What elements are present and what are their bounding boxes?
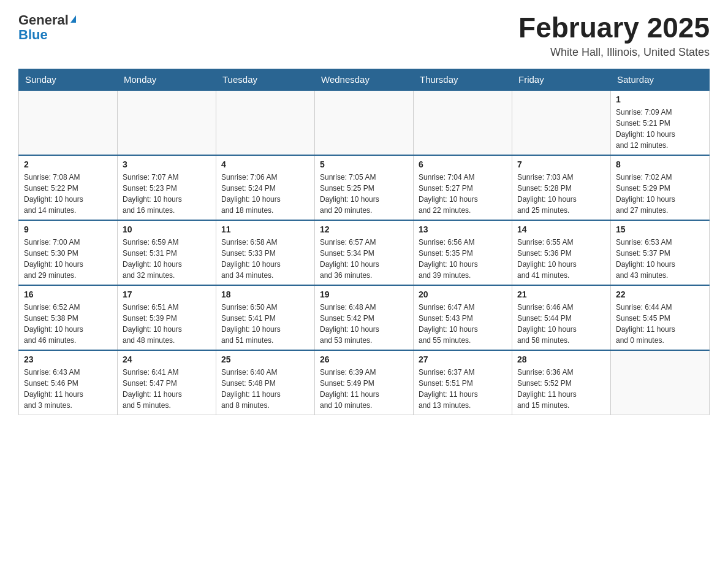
day-info: Sunrise: 6:53 AMSunset: 5:37 PMDaylight:… <box>616 237 704 281</box>
header-tuesday: Tuesday <box>216 69 315 90</box>
header-wednesday: Wednesday <box>315 69 414 90</box>
calendar-cell: 17Sunrise: 6:51 AMSunset: 5:39 PMDayligh… <box>118 285 216 350</box>
day-info: Sunrise: 6:43 AMSunset: 5:46 PMDaylight:… <box>24 367 112 411</box>
day-info: Sunrise: 7:05 AMSunset: 5:25 PMDaylight:… <box>320 172 408 216</box>
day-info: Sunrise: 7:08 AMSunset: 5:22 PMDaylight:… <box>24 172 112 216</box>
day-number: 27 <box>419 354 507 364</box>
day-number: 14 <box>517 224 605 234</box>
day-number: 17 <box>123 289 211 299</box>
header-thursday: Thursday <box>414 69 512 90</box>
day-number: 5 <box>320 159 408 169</box>
header-friday: Friday <box>512 69 611 90</box>
day-info: Sunrise: 6:39 AMSunset: 5:49 PMDaylight:… <box>320 367 408 411</box>
day-info: Sunrise: 6:48 AMSunset: 5:42 PMDaylight:… <box>320 302 408 346</box>
day-info: Sunrise: 6:47 AMSunset: 5:43 PMDaylight:… <box>419 302 507 346</box>
calendar-cell: 16Sunrise: 6:52 AMSunset: 5:38 PMDayligh… <box>19 285 118 350</box>
day-number: 7 <box>517 159 605 169</box>
calendar-cell: 5Sunrise: 7:05 AMSunset: 5:25 PMDaylight… <box>315 155 414 220</box>
day-info: Sunrise: 7:09 AMSunset: 5:21 PMDaylight:… <box>616 107 704 151</box>
calendar-cell: 10Sunrise: 6:59 AMSunset: 5:31 PMDayligh… <box>118 220 216 285</box>
calendar-cell <box>414 90 512 155</box>
day-info: Sunrise: 6:44 AMSunset: 5:45 PMDaylight:… <box>616 302 704 346</box>
logo-arrow-icon <box>70 15 76 23</box>
week-row-1: 1Sunrise: 7:09 AMSunset: 5:21 PMDaylight… <box>19 90 710 155</box>
day-info: Sunrise: 6:55 AMSunset: 5:36 PMDaylight:… <box>517 237 605 281</box>
calendar-cell: 20Sunrise: 6:47 AMSunset: 5:43 PMDayligh… <box>414 285 512 350</box>
day-number: 19 <box>320 289 408 299</box>
day-number: 20 <box>419 289 507 299</box>
calendar-cell: 21Sunrise: 6:46 AMSunset: 5:44 PMDayligh… <box>512 285 611 350</box>
day-info: Sunrise: 7:06 AMSunset: 5:24 PMDaylight:… <box>221 172 309 216</box>
calendar-cell: 6Sunrise: 7:04 AMSunset: 5:27 PMDaylight… <box>414 155 512 220</box>
day-info: Sunrise: 6:40 AMSunset: 5:48 PMDaylight:… <box>221 367 309 411</box>
calendar-title: February 2025 <box>518 12 710 44</box>
day-info: Sunrise: 6:36 AMSunset: 5:52 PMDaylight:… <box>517 367 605 411</box>
calendar-cell: 26Sunrise: 6:39 AMSunset: 5:49 PMDayligh… <box>315 350 414 415</box>
header-sunday: Sunday <box>19 69 118 90</box>
day-number: 9 <box>24 224 112 234</box>
calendar-cell: 24Sunrise: 6:41 AMSunset: 5:47 PMDayligh… <box>118 350 216 415</box>
calendar-cell <box>19 90 118 155</box>
calendar-cell: 22Sunrise: 6:44 AMSunset: 5:45 PMDayligh… <box>611 285 710 350</box>
calendar-cell: 1Sunrise: 7:09 AMSunset: 5:21 PMDaylight… <box>611 90 710 155</box>
day-info: Sunrise: 7:03 AMSunset: 5:28 PMDaylight:… <box>517 172 605 216</box>
logo-general: General <box>18 12 69 28</box>
week-row-5: 23Sunrise: 6:43 AMSunset: 5:46 PMDayligh… <box>19 350 710 415</box>
calendar-table: Sunday Monday Tuesday Wednesday Thursday… <box>18 69 710 415</box>
week-row-2: 2Sunrise: 7:08 AMSunset: 5:22 PMDaylight… <box>19 155 710 220</box>
day-number: 8 <box>616 159 704 169</box>
day-number: 11 <box>221 224 309 234</box>
day-info: Sunrise: 6:56 AMSunset: 5:35 PMDaylight:… <box>419 237 507 281</box>
day-number: 28 <box>517 354 605 364</box>
day-info: Sunrise: 6:52 AMSunset: 5:38 PMDaylight:… <box>24 302 112 346</box>
day-number: 1 <box>616 94 704 104</box>
logo-blue: Blue <box>18 28 48 42</box>
day-number: 6 <box>419 159 507 169</box>
day-info: Sunrise: 6:59 AMSunset: 5:31 PMDaylight:… <box>123 237 211 281</box>
calendar-cell: 28Sunrise: 6:36 AMSunset: 5:52 PMDayligh… <box>512 350 611 415</box>
day-info: Sunrise: 6:57 AMSunset: 5:34 PMDaylight:… <box>320 237 408 281</box>
day-number: 15 <box>616 224 704 234</box>
calendar-cell: 23Sunrise: 6:43 AMSunset: 5:46 PMDayligh… <box>19 350 118 415</box>
weekday-header-row: Sunday Monday Tuesday Wednesday Thursday… <box>19 69 710 90</box>
calendar-cell <box>611 350 710 415</box>
day-number: 16 <box>24 289 112 299</box>
calendar-cell: 2Sunrise: 7:08 AMSunset: 5:22 PMDaylight… <box>19 155 118 220</box>
header-saturday: Saturday <box>611 69 710 90</box>
day-number: 26 <box>320 354 408 364</box>
day-number: 18 <box>221 289 309 299</box>
day-number: 12 <box>320 224 408 234</box>
calendar-cell: 4Sunrise: 7:06 AMSunset: 5:24 PMDaylight… <box>216 155 315 220</box>
day-number: 13 <box>419 224 507 234</box>
day-number: 23 <box>24 354 112 364</box>
calendar-cell: 27Sunrise: 6:37 AMSunset: 5:51 PMDayligh… <box>414 350 512 415</box>
calendar-cell: 13Sunrise: 6:56 AMSunset: 5:35 PMDayligh… <box>414 220 512 285</box>
logo: General Blue <box>18 12 76 42</box>
week-row-3: 9Sunrise: 7:00 AMSunset: 5:30 PMDaylight… <box>19 220 710 285</box>
week-row-4: 16Sunrise: 6:52 AMSunset: 5:38 PMDayligh… <box>19 285 710 350</box>
day-info: Sunrise: 6:46 AMSunset: 5:44 PMDaylight:… <box>517 302 605 346</box>
calendar-cell: 9Sunrise: 7:00 AMSunset: 5:30 PMDaylight… <box>19 220 118 285</box>
calendar-cell: 14Sunrise: 6:55 AMSunset: 5:36 PMDayligh… <box>512 220 611 285</box>
title-block: February 2025 White Hall, Illinois, Unit… <box>518 12 710 59</box>
calendar-cell: 19Sunrise: 6:48 AMSunset: 5:42 PMDayligh… <box>315 285 414 350</box>
day-number: 2 <box>24 159 112 169</box>
calendar-cell <box>216 90 315 155</box>
calendar-cell: 12Sunrise: 6:57 AMSunset: 5:34 PMDayligh… <box>315 220 414 285</box>
calendar-cell: 18Sunrise: 6:50 AMSunset: 5:41 PMDayligh… <box>216 285 315 350</box>
day-number: 10 <box>123 224 211 234</box>
calendar-cell: 3Sunrise: 7:07 AMSunset: 5:23 PMDaylight… <box>118 155 216 220</box>
calendar-cell: 11Sunrise: 6:58 AMSunset: 5:33 PMDayligh… <box>216 220 315 285</box>
calendar-cell <box>512 90 611 155</box>
day-info: Sunrise: 6:51 AMSunset: 5:39 PMDaylight:… <box>123 302 211 346</box>
day-info: Sunrise: 7:00 AMSunset: 5:30 PMDaylight:… <box>24 237 112 281</box>
calendar-cell: 25Sunrise: 6:40 AMSunset: 5:48 PMDayligh… <box>216 350 315 415</box>
day-number: 25 <box>221 354 309 364</box>
calendar-cell: 7Sunrise: 7:03 AMSunset: 5:28 PMDaylight… <box>512 155 611 220</box>
day-info: Sunrise: 6:50 AMSunset: 5:41 PMDaylight:… <box>221 302 309 346</box>
calendar-cell: 8Sunrise: 7:02 AMSunset: 5:29 PMDaylight… <box>611 155 710 220</box>
calendar-subtitle: White Hall, Illinois, United States <box>518 46 710 59</box>
day-info: Sunrise: 6:37 AMSunset: 5:51 PMDaylight:… <box>419 367 507 411</box>
header-monday: Monday <box>118 69 216 90</box>
day-number: 24 <box>123 354 211 364</box>
